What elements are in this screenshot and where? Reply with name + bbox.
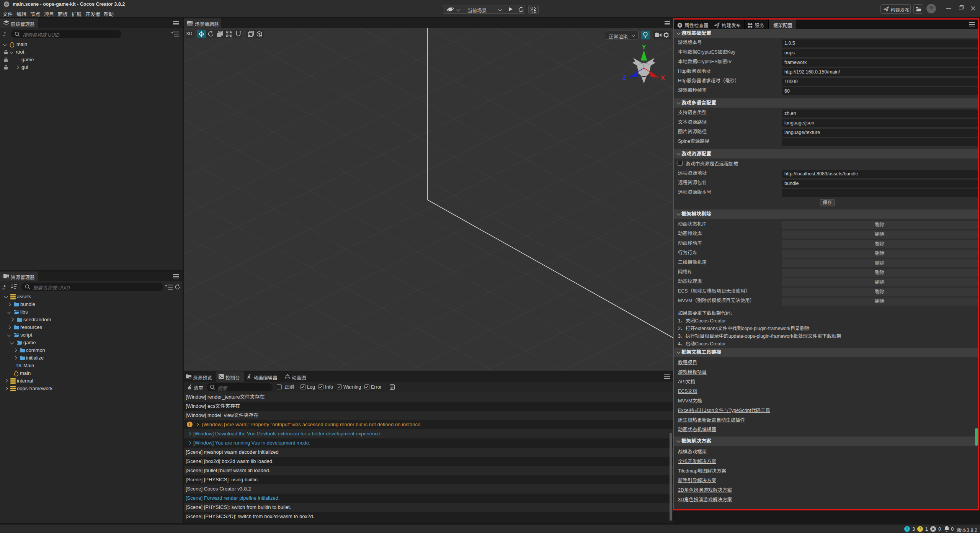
svg-text:Z: Z	[622, 75, 626, 81]
svg-text:X: X	[661, 75, 665, 81]
svg-text:Y: Y	[642, 44, 646, 51]
